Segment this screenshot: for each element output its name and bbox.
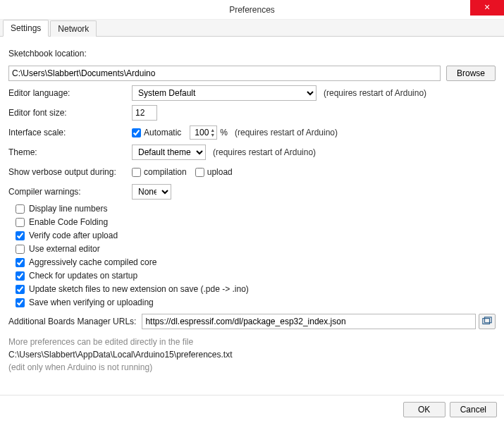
verbose-upload-checkbox[interactable]: [195, 168, 204, 177]
compiler-warnings-label: Compiler warnings:: [8, 187, 132, 197]
editor-language-label: Editor language:: [8, 88, 132, 98]
enable-code-folding-label: Enable Code Folding: [29, 217, 108, 227]
expand-urls-button[interactable]: [479, 314, 496, 329]
more-prefs-note: More preferences can be edited directly …: [8, 337, 496, 347]
sketchbook-label: Sketchbook location:: [8, 49, 87, 59]
sketchbook-path-input[interactable]: [8, 66, 441, 81]
settings-panel: Sketchbook location: Browse Editor langu…: [0, 37, 504, 378]
external-editor-checkbox[interactable]: [16, 245, 25, 254]
tabbar: Settings Network: [0, 20, 504, 37]
aggressive-cache-checkbox[interactable]: [16, 258, 25, 267]
titlebar: Preferences ×: [0, 0, 504, 20]
boards-urls-input[interactable]: [142, 314, 476, 329]
svg-rect-0: [483, 319, 490, 324]
interface-scale-label: Interface scale:: [8, 128, 132, 137]
font-size-label: Editor font size:: [8, 108, 132, 118]
prefs-file-path: C:\Users\Slabbert\AppData\Local\Arduino1…: [8, 350, 496, 360]
close-button[interactable]: ×: [470, 0, 504, 16]
save-verify-label: Save when verifying or uploading: [29, 298, 154, 307]
check-updates-checkbox[interactable]: [16, 271, 25, 281]
close-icon: ×: [484, 1, 490, 13]
display-line-numbers-checkbox[interactable]: [16, 204, 25, 214]
window-title: Preferences: [0, 0, 504, 20]
save-verify-checkbox[interactable]: [16, 298, 25, 307]
automatic-scale-checkbox[interactable]: [132, 128, 141, 137]
boards-urls-label: Additional Boards Manager URLs:: [8, 317, 136, 326]
enable-code-folding-checkbox[interactable]: [16, 218, 25, 227]
restart-hint-3: (requires restart of Arduino): [213, 147, 316, 157]
svg-rect-1: [485, 317, 492, 323]
automatic-label: Automatic: [144, 128, 181, 137]
external-editor-label: Use external editor: [29, 244, 100, 254]
aggressive-cache-label: Aggressively cache compiled core: [29, 257, 156, 267]
tab-settings[interactable]: Settings: [3, 20, 49, 37]
upload-label: upload: [207, 167, 233, 177]
editor-language-select[interactable]: System Default: [132, 85, 316, 101]
verify-upload-checkbox[interactable]: [16, 231, 25, 240]
verbose-compilation-checkbox[interactable]: [132, 168, 141, 177]
browse-button[interactable]: Browse: [446, 66, 496, 81]
verbose-label: Show verbose output during:: [8, 167, 132, 177]
check-updates-label: Check for updates on startup: [29, 271, 137, 281]
font-size-input[interactable]: [132, 105, 157, 121]
spinner-arrows-icon[interactable]: ▲▼: [210, 128, 216, 137]
theme-select[interactable]: Default theme: [132, 145, 206, 160]
compiler-warnings-select[interactable]: None: [132, 184, 171, 200]
scale-value-input[interactable]: [190, 126, 210, 139]
ok-button[interactable]: OK: [403, 402, 445, 417]
verify-upload-label: Verify code after upload: [29, 231, 118, 240]
theme-label: Theme:: [8, 147, 132, 157]
display-line-numbers-label: Display line numbers: [29, 204, 107, 214]
tab-network[interactable]: Network: [50, 20, 97, 37]
scale-spinner[interactable]: ▲▼: [190, 125, 217, 140]
cancel-button[interactable]: Cancel: [450, 402, 497, 417]
compilation-label: compilation: [144, 167, 187, 177]
update-ext-checkbox[interactable]: [16, 285, 25, 294]
window-icon: [482, 317, 492, 326]
edit-hint-note: (edit only when Arduino is not running): [8, 362, 496, 372]
dialog-buttons: OK Cancel: [0, 395, 504, 423]
restart-hint-1: (requires restart of Arduino): [324, 88, 426, 98]
restart-hint-2: (requires restart of Arduino): [235, 128, 338, 137]
percent-label: %: [220, 128, 228, 137]
update-ext-label: Update sketch files to new extension on …: [29, 284, 249, 294]
